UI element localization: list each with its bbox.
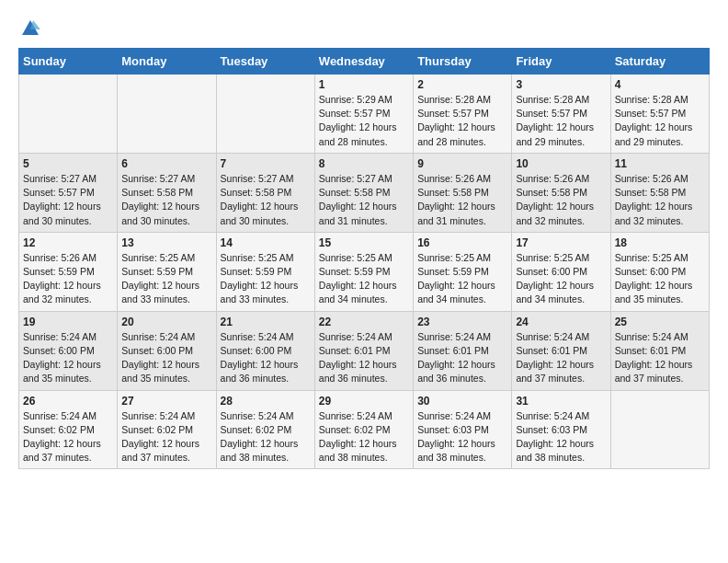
calendar-cell: 7Sunrise: 5:27 AM Sunset: 5:58 PM Daylig… [216, 153, 314, 232]
day-number: 24 [516, 316, 606, 328]
calendar-cell: 9Sunrise: 5:26 AM Sunset: 5:58 PM Daylig… [414, 153, 512, 232]
day-content: Sunrise: 5:26 AM Sunset: 5:59 PM Dayligh… [23, 251, 113, 307]
svg-marker-1 [30, 20, 40, 29]
day-number: 3 [516, 78, 606, 91]
day-content: Sunrise: 5:25 AM Sunset: 5:59 PM Dayligh… [417, 251, 507, 307]
day-number: 2 [417, 78, 507, 91]
day-number: 21 [221, 316, 311, 328]
day-content: Sunrise: 5:24 AM Sunset: 6:00 PM Dayligh… [121, 330, 211, 386]
calendar-cell: 30Sunrise: 5:24 AM Sunset: 6:03 PM Dayli… [414, 390, 512, 469]
calendar-cell: 27Sunrise: 5:24 AM Sunset: 6:02 PM Dayli… [118, 390, 216, 469]
calendar-cell: 23Sunrise: 5:24 AM Sunset: 6:01 PM Dayli… [414, 311, 512, 390]
calendar-cell: 15Sunrise: 5:25 AM Sunset: 5:59 PM Dayli… [314, 232, 413, 311]
day-content: Sunrise: 5:24 AM Sunset: 6:01 PM Dayligh… [417, 330, 507, 386]
calendar-cell: 13Sunrise: 5:25 AM Sunset: 5:59 PM Dayli… [118, 232, 216, 311]
calendar-cell: 24Sunrise: 5:24 AM Sunset: 6:01 PM Dayli… [512, 311, 610, 390]
day-content: Sunrise: 5:27 AM Sunset: 5:58 PM Dayligh… [121, 172, 211, 228]
calendar-cell: 26Sunrise: 5:24 AM Sunset: 6:02 PM Dayli… [19, 390, 118, 469]
calendar-week-row: 5Sunrise: 5:27 AM Sunset: 5:57 PM Daylig… [19, 153, 710, 232]
day-content: Sunrise: 5:24 AM Sunset: 6:01 PM Dayligh… [615, 330, 705, 386]
day-content: Sunrise: 5:24 AM Sunset: 6:01 PM Dayligh… [319, 330, 409, 386]
day-content: Sunrise: 5:28 AM Sunset: 5:57 PM Dayligh… [417, 93, 507, 149]
calendar-cell: 8Sunrise: 5:27 AM Sunset: 5:58 PM Daylig… [314, 153, 413, 232]
day-number: 22 [319, 316, 409, 328]
day-content: Sunrise: 5:24 AM Sunset: 6:00 PM Dayligh… [221, 330, 311, 386]
weekday-header-thursday: Thursday [414, 49, 512, 75]
calendar-cell: 4Sunrise: 5:28 AM Sunset: 5:57 PM Daylig… [610, 75, 709, 154]
calendar-table: SundayMondayTuesdayWednesdayThursdayFrid… [18, 48, 710, 469]
calendar-cell: 19Sunrise: 5:24 AM Sunset: 6:00 PM Dayli… [19, 311, 118, 390]
calendar-cell: 21Sunrise: 5:24 AM Sunset: 6:00 PM Dayli… [216, 311, 314, 390]
calendar-cell: 18Sunrise: 5:25 AM Sunset: 6:00 PM Dayli… [610, 232, 709, 311]
weekday-header-saturday: Saturday [610, 49, 709, 75]
day-number: 31 [516, 395, 606, 408]
day-number: 12 [23, 236, 113, 249]
day-number: 25 [615, 316, 705, 328]
day-number: 10 [516, 157, 606, 170]
calendar-week-row: 26Sunrise: 5:24 AM Sunset: 6:02 PM Dayli… [19, 390, 710, 469]
day-content: Sunrise: 5:25 AM Sunset: 5:59 PM Dayligh… [221, 251, 311, 307]
day-content: Sunrise: 5:28 AM Sunset: 5:57 PM Dayligh… [516, 93, 606, 149]
day-content: Sunrise: 5:25 AM Sunset: 5:59 PM Dayligh… [319, 251, 409, 307]
day-number: 28 [221, 395, 311, 408]
day-number: 14 [221, 236, 311, 249]
calendar-cell: 6Sunrise: 5:27 AM Sunset: 5:58 PM Daylig… [118, 153, 216, 232]
day-number: 16 [417, 236, 507, 249]
logo [18, 18, 40, 39]
calendar-cell: 17Sunrise: 5:25 AM Sunset: 6:00 PM Dayli… [512, 232, 610, 311]
calendar-cell: 31Sunrise: 5:24 AM Sunset: 6:03 PM Dayli… [512, 390, 610, 469]
day-content: Sunrise: 5:29 AM Sunset: 5:57 PM Dayligh… [319, 93, 409, 149]
day-content: Sunrise: 5:25 AM Sunset: 6:00 PM Dayligh… [516, 251, 606, 307]
day-content: Sunrise: 5:25 AM Sunset: 6:00 PM Dayligh… [615, 251, 705, 307]
day-content: Sunrise: 5:26 AM Sunset: 5:58 PM Dayligh… [417, 172, 507, 228]
day-content: Sunrise: 5:24 AM Sunset: 6:00 PM Dayligh… [23, 330, 113, 386]
weekday-header-sunday: Sunday [19, 49, 118, 75]
day-number: 20 [121, 316, 211, 328]
calendar-cell: 28Sunrise: 5:24 AM Sunset: 6:02 PM Dayli… [216, 390, 314, 469]
calendar-cell: 20Sunrise: 5:24 AM Sunset: 6:00 PM Dayli… [118, 311, 216, 390]
calendar-cell: 22Sunrise: 5:24 AM Sunset: 6:01 PM Dayli… [314, 311, 413, 390]
day-number: 19 [23, 316, 113, 328]
day-content: Sunrise: 5:24 AM Sunset: 6:03 PM Dayligh… [417, 409, 507, 465]
calendar-header: SundayMondayTuesdayWednesdayThursdayFrid… [19, 49, 710, 75]
day-number: 18 [615, 236, 705, 249]
calendar-cell: 11Sunrise: 5:26 AM Sunset: 5:58 PM Dayli… [610, 153, 709, 232]
calendar-cell: 2Sunrise: 5:28 AM Sunset: 5:57 PM Daylig… [414, 75, 512, 154]
calendar-cell [19, 75, 118, 154]
weekday-header-wednesday: Wednesday [314, 49, 413, 75]
calendar-cell: 5Sunrise: 5:27 AM Sunset: 5:57 PM Daylig… [19, 153, 118, 232]
day-content: Sunrise: 5:24 AM Sunset: 6:01 PM Dayligh… [516, 330, 606, 386]
calendar-body: 1Sunrise: 5:29 AM Sunset: 5:57 PM Daylig… [19, 75, 710, 469]
weekday-header-tuesday: Tuesday [216, 49, 314, 75]
day-number: 27 [121, 395, 211, 408]
calendar-cell [216, 75, 314, 154]
day-content: Sunrise: 5:24 AM Sunset: 6:02 PM Dayligh… [23, 409, 113, 465]
calendar-week-row: 1Sunrise: 5:29 AM Sunset: 5:57 PM Daylig… [19, 75, 710, 154]
weekday-header-friday: Friday [512, 49, 610, 75]
calendar-cell: 10Sunrise: 5:26 AM Sunset: 5:58 PM Dayli… [512, 153, 610, 232]
calendar-week-row: 12Sunrise: 5:26 AM Sunset: 5:59 PM Dayli… [19, 232, 710, 311]
day-content: Sunrise: 5:28 AM Sunset: 5:57 PM Dayligh… [615, 93, 705, 149]
day-number: 4 [615, 78, 705, 91]
calendar-week-row: 19Sunrise: 5:24 AM Sunset: 6:00 PM Dayli… [19, 311, 710, 390]
calendar-cell: 12Sunrise: 5:26 AM Sunset: 5:59 PM Dayli… [19, 232, 118, 311]
page-header [18, 18, 710, 39]
day-number: 15 [319, 236, 409, 249]
day-number: 7 [221, 157, 311, 170]
day-content: Sunrise: 5:26 AM Sunset: 5:58 PM Dayligh… [615, 172, 705, 228]
day-number: 17 [516, 236, 606, 249]
calendar-cell: 25Sunrise: 5:24 AM Sunset: 6:01 PM Dayli… [610, 311, 709, 390]
day-number: 26 [23, 395, 113, 408]
day-content: Sunrise: 5:24 AM Sunset: 6:02 PM Dayligh… [221, 409, 311, 465]
day-content: Sunrise: 5:26 AM Sunset: 5:58 PM Dayligh… [516, 172, 606, 228]
day-content: Sunrise: 5:27 AM Sunset: 5:58 PM Dayligh… [221, 172, 311, 228]
day-content: Sunrise: 5:24 AM Sunset: 6:02 PM Dayligh… [121, 409, 211, 465]
day-number: 1 [319, 78, 409, 91]
calendar-cell [118, 75, 216, 154]
day-content: Sunrise: 5:24 AM Sunset: 6:03 PM Dayligh… [516, 409, 606, 465]
day-number: 6 [121, 157, 211, 170]
day-content: Sunrise: 5:24 AM Sunset: 6:02 PM Dayligh… [319, 409, 409, 465]
weekday-header-monday: Monday [118, 49, 216, 75]
logo-icon [20, 18, 40, 39]
day-content: Sunrise: 5:27 AM Sunset: 5:58 PM Dayligh… [319, 172, 409, 228]
